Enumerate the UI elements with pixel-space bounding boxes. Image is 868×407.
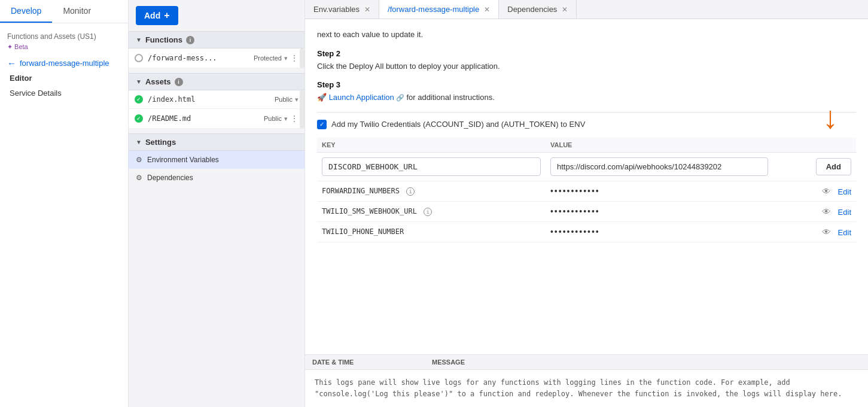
sidebar: Develop Monitor Functions and Assets (US… [0,0,129,407]
tab-env-variables[interactable]: Env.variables ✕ [305,0,379,19]
env-row-1: TWILIO_SMS_WEBHOOK_URL i •••••••••••• 👁 … [317,201,856,221]
main-content: Env.variables ✕ /forward-message-multipl… [305,0,868,407]
functions-list: /forward-mess... Protected ▾ ⋮ [129,48,304,68]
env-value-0: •••••••••••• [546,181,773,201]
eye-icon-0[interactable]: 👁 [822,186,831,196]
step2-text: Click the Deploy All button to deploy yo… [317,60,856,72]
function-file-badge: Protected [254,54,282,62]
col-value-header: VALUE [546,138,773,153]
asset-file-badge-0: Public [275,96,293,103]
env-dots-1: •••••••••••• [550,206,600,216]
env-info-icon-1[interactable]: i [424,208,432,216]
credentials-checkbox[interactable]: ✓ [317,120,327,129]
content-area: next to each value to update it. Step 2 … [305,19,868,407]
assets-section-header[interactable]: ▼ Assets i [129,73,304,90]
new-key-input[interactable] [322,157,541,176]
edit-link-0[interactable]: Edit [838,187,851,196]
settings-label: Settings [145,138,176,147]
function-file-item[interactable]: /forward-mess... Protected ▾ ⋮ [129,48,304,68]
settings-item-dependencies[interactable]: ⚙ Dependencies [129,169,304,187]
log-body: This logs pane will show live logs for a… [305,370,868,407]
eye-icon-2[interactable]: 👁 [822,227,831,237]
function-dots-icon[interactable]: ⋮ [290,53,299,63]
tab-forward-message-close[interactable]: ✕ [484,5,490,14]
functions-info-icon[interactable]: i [186,36,194,44]
env-dots-2: •••••••••••• [550,227,600,236]
env-info-icon-0[interactable]: i [406,187,415,196]
assets-info-icon[interactable]: i [175,78,183,86]
plus-icon: + [164,10,169,21]
back-label: forward-message-multiple [20,59,109,68]
asset-file-name-1: /README.md [148,114,264,123]
functions-section-header[interactable]: ▼ Functions i [129,31,304,48]
settings-list: ⚙ Environment Variables ⚙ Dependencies [129,151,304,187]
env-row-0: FORWARDING_NUMBERS i •••••••••••• 👁 Edit [317,181,856,201]
settings-item-env-vars[interactable]: ⚙ Environment Variables [129,151,304,169]
beta-badge: ✦ Beta [7,43,28,50]
external-link-icon: 🔗 [396,93,404,103]
step3-title: Step 3 [317,80,856,89]
asset-file-item-1[interactable]: ✓ /README.md Public ▾ ⋮ [129,109,304,129]
tab-develop[interactable]: Develop [0,0,52,23]
tab-monitor[interactable]: Monitor [52,0,102,23]
env-action-2: 👁 Edit [773,221,856,242]
settings-section-header[interactable]: ▼ Settings [129,133,304,151]
middle-panel: Add + ▼ Functions i /forward-mess... Pro… [129,0,305,407]
divider [317,112,856,113]
new-value-input[interactable] [550,157,768,176]
launch-link[interactable]: Launch Application🔗 [329,92,404,104]
env-key-2: TWILIO_PHONE_NUMBER [317,221,546,242]
edit-link-1[interactable]: Edit [838,208,851,217]
env-key-0: FORWARDING_NUMBERS i [317,181,546,201]
env-panel: next to each value to update it. Step 2 … [305,19,868,354]
env-action-1: 👁 Edit [773,201,856,221]
credentials-row: ✓ Add my Twilio Credentials (ACCOUNT_SID… [317,120,856,129]
intro-text: next to each value to update it. [317,29,856,41]
step3-block: Step 3 🚀 Launch Application🔗 for additio… [317,80,856,104]
add-button[interactable]: Add + [136,6,178,25]
eye-icon-1[interactable]: 👁 [822,206,831,217]
tab-env-variables-close[interactable]: ✕ [364,5,370,14]
back-button[interactable]: ← forward-message-multiple [7,58,121,68]
new-add-cell: Add [773,152,856,181]
new-entry-row: Add [317,152,856,181]
functions-label: Functions [145,35,182,44]
assets-list: ✓ /index.html Public ▾ ✓ /README.md Publ… [129,90,304,129]
env-key-1: TWILIO_SMS_WEBHOOK_URL i [317,201,546,221]
back-arrow-icon: ← [7,58,16,68]
tab-forward-message[interactable]: /forward-message-multiple ✕ [379,0,499,19]
functions-scrollbar[interactable] [300,48,304,68]
add-env-button[interactable]: Add [816,158,851,175]
asset-chevron-icon-1[interactable]: ▾ [284,115,288,123]
step2-block: Step 2 Click the Deploy All button to de… [317,49,856,72]
function-file-name: /forward-mess... [148,54,254,62]
asset-file-badge-1: Public [264,115,282,122]
sidebar-tabs: Develop Monitor [0,0,128,23]
settings-item-label-1: Dependencies [147,174,193,182]
functions-triangle-icon: ▼ [136,37,142,43]
function-file-actions: ▾ ⋮ [284,53,299,63]
new-value-cell [546,152,773,181]
col-key-header: KEY [317,138,546,153]
log-panel: DATE & TIME MESSAGE This logs pane will … [305,354,868,407]
asset-dots-icon-1[interactable]: ⋮ [290,114,299,123]
intro-block: next to each value to update it. [317,29,856,41]
log-text: This logs pane will show live logs for a… [315,377,858,400]
asset-chevron-icon-0[interactable]: ▾ [295,96,299,104]
tab-dependencies-close[interactable]: ✕ [562,5,568,14]
assets-scrollbar[interactable] [300,90,304,129]
log-col-message: MESSAGE [425,355,472,369]
sidebar-nav-service-details[interactable]: Service Details [7,86,121,101]
settings-section: ▼ Settings ⚙ Environment Variables ⚙ Dep… [129,133,304,187]
tab-dependencies[interactable]: Dependencies ✕ [499,0,577,19]
env-action-0: 👁 Edit [773,181,856,201]
sidebar-nav-editor[interactable]: Editor [7,71,121,86]
asset-file-actions-0: ▾ [295,96,299,104]
log-header-row: DATE & TIME MESSAGE [305,355,868,370]
assets-label: Assets [145,77,171,86]
asset-file-item-0[interactable]: ✓ /index.html Public ▾ [129,90,304,109]
function-chevron-icon[interactable]: ▾ [284,54,288,62]
env-row-2: TWILIO_PHONE_NUMBER •••••••••••• 👁 Edit [317,221,856,242]
edit-link-2[interactable]: Edit [838,228,851,237]
gear-icon-1: ⚙ [136,174,142,182]
